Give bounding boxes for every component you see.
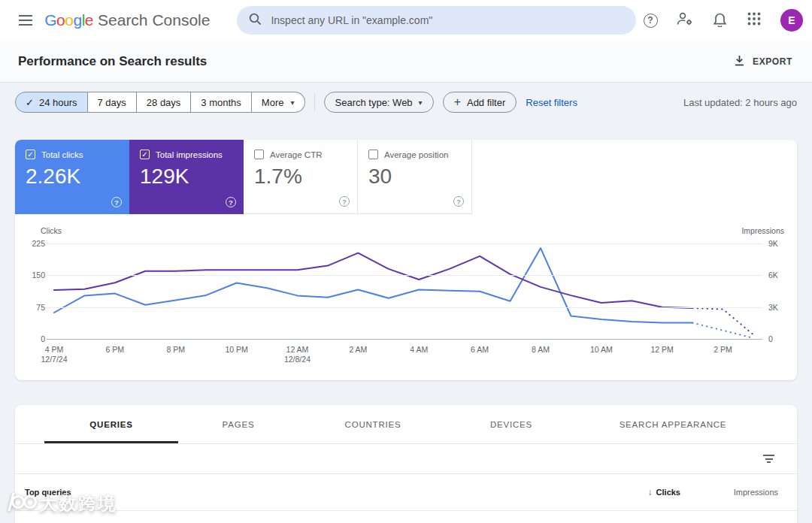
user-settings-button[interactable] (671, 6, 699, 35)
tile-value: 30 (368, 165, 461, 189)
add-filter-label: Add filter (467, 97, 505, 108)
x-axis-tick: 4 AM (395, 345, 443, 355)
tile-label: Average CTR (270, 150, 322, 159)
checkbox-checked-icon[interactable]: ✓ (140, 150, 150, 159)
chip-more[interactable]: More ▾ (252, 92, 305, 113)
help-button[interactable]: ? (636, 6, 665, 35)
chip-label: 24 hours (39, 97, 77, 108)
sort-descending-icon: ↓ (648, 487, 653, 497)
gridline (47, 243, 762, 244)
checkbox-checked-icon[interactable]: ✓ (26, 150, 35, 159)
help-icon[interactable]: ? (453, 196, 464, 207)
url-inspect-search-input[interactable]: Inspect any URL in "example.com" (237, 6, 636, 35)
last-updated-text: Last updated: 2 hours ago (683, 97, 797, 108)
checkbox-unchecked-icon[interactable] (254, 150, 264, 159)
x-axis-tick: 12 PM (638, 345, 686, 355)
plus-icon: + (454, 95, 461, 109)
tab-label: QUERIES (89, 420, 132, 429)
google-search-console-logo[interactable]: Google Search Console (44, 11, 210, 29)
tab-label: DEVICES (490, 420, 532, 429)
title-bar: Performance on Search results EXPORT (0, 41, 812, 83)
tab-label: PAGES (223, 420, 255, 429)
x-axis-tick: 10 AM (577, 345, 626, 355)
page-title: Performance on Search results (18, 54, 207, 69)
help-icon[interactable]: ? (111, 197, 122, 207)
apps-grid-button[interactable] (740, 6, 768, 35)
user-gear-icon (676, 11, 694, 30)
column-impressions[interactable]: Impressions (726, 488, 778, 497)
reset-filters-link[interactable]: Reset filters (526, 97, 577, 108)
gridline (47, 275, 762, 276)
chip-label: 3 months (201, 97, 241, 108)
performance-chart-card: ✓ Total clicks 2.26K ? ✓ Total impressio… (15, 140, 797, 380)
total-impressions-tile[interactable]: ✓ Total impressions 129K ? (129, 140, 244, 214)
average-ctr-tile[interactable]: Average CTR 1.7% ? (244, 140, 358, 214)
divider (314, 93, 315, 111)
tab-devices[interactable]: DEVICES (447, 405, 575, 443)
account-avatar[interactable]: E (780, 9, 803, 32)
right-axis-tick: 0 (768, 334, 773, 343)
tab-label: COUNTRIES (345, 420, 401, 429)
logo-product-label: Search Console (98, 11, 210, 29)
chevron-down-icon: ▾ (290, 98, 294, 107)
x-axis-tick: 2 AM (334, 345, 382, 355)
chevron-down-icon: ▾ (419, 98, 423, 107)
help-icon[interactable]: ? (339, 196, 350, 207)
tile-value: 129K (140, 165, 233, 189)
x-axis-tick: 2 PM (699, 345, 747, 355)
tab-countries[interactable]: COUNTRIES (298, 405, 447, 443)
google-logo-word: Google (44, 11, 93, 29)
check-icon: ✓ (26, 97, 34, 108)
x-axis-tick: 8 AM (517, 345, 565, 355)
bell-icon (713, 11, 727, 30)
clicks-line (54, 248, 692, 322)
chip-7-days[interactable]: 7 days (88, 92, 137, 113)
chip-24-hours[interactable]: ✓ 24 hours (15, 92, 88, 113)
search-placeholder: Inspect any URL in "example.com" (271, 14, 432, 26)
help-icon: ? (644, 14, 658, 28)
total-clicks-tile[interactable]: ✓ Total clicks 2.26K ? (15, 140, 129, 214)
notifications-button[interactable] (705, 6, 734, 35)
checkbox-unchecked-icon[interactable] (368, 150, 378, 159)
tab-label: SEARCH APPEARANCE (620, 420, 727, 429)
average-position-tile[interactable]: Average position 30 ? (358, 140, 472, 214)
tab-search-appearance[interactable]: SEARCH APPEARANCE (575, 405, 771, 443)
clicks-impressions-line-chart: Clicks Impressions 00753K1506K2259K4 PM1… (15, 226, 797, 369)
x-axis-tick: 8 PM (152, 345, 200, 355)
tab-queries[interactable]: QUERIES (44, 405, 178, 443)
tile-label: Total clicks (41, 150, 83, 159)
table-filter-icon[interactable] (759, 450, 779, 467)
metric-tiles: ✓ Total clicks 2.26K ? ✓ Total impressio… (15, 140, 797, 214)
chip-label: 28 days (147, 97, 181, 108)
gridline (47, 307, 762, 308)
x-axis-tick: 4 PM12/7/24 (30, 345, 78, 364)
download-icon (734, 55, 745, 68)
column-top-queries[interactable]: Top queries (25, 488, 71, 497)
search-icon (249, 13, 262, 29)
impressions-line-dotted (692, 308, 753, 334)
help-icon[interactable]: ? (226, 197, 236, 207)
export-label: EXPORT (753, 56, 792, 67)
chip-28-days[interactable]: 28 days (137, 92, 192, 113)
right-axis-tick: 6K (768, 271, 778, 280)
dimensions-table-card: QUERIES PAGES COUNTRIES DEVICES SEARCH A… (15, 405, 797, 523)
chip-3-months[interactable]: 3 months (191, 92, 251, 113)
apps-grid-icon (747, 12, 761, 29)
add-filter-button[interactable]: + Add filter (443, 92, 517, 113)
filter-bar: ✓ 24 hours 7 days 28 days 3 months More … (0, 83, 812, 122)
tile-label: Average position (384, 150, 448, 159)
table-header-row: Top queries ↓ Clicks Impressions (15, 474, 797, 510)
export-button[interactable]: EXPORT (734, 55, 792, 68)
x-axis-tick: 6 AM (456, 345, 504, 355)
x-axis-tick: 12 AM12/8/24 (273, 345, 321, 364)
table-body-cutoff (15, 510, 797, 523)
right-axis-tick: 3K (768, 303, 778, 312)
tab-pages[interactable]: PAGES (178, 405, 298, 443)
tile-label: Total impressions (156, 150, 223, 159)
left-axis-tick: 75 (18, 303, 45, 312)
search-type-dropdown[interactable]: Search type: Web ▾ (324, 92, 434, 113)
column-clicks-sorted[interactable]: ↓ Clicks (648, 487, 680, 497)
x-axis-tick: 10 PM (213, 345, 261, 355)
top-app-bar: Google Search Console Inspect any URL in… (0, 0, 812, 41)
menu-icon[interactable] (11, 5, 40, 35)
